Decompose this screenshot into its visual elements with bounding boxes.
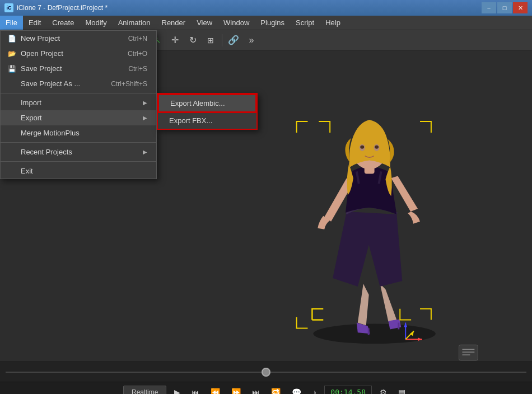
toolbar-move[interactable]: ✛ (166, 32, 183, 48)
menu-modify[interactable]: Modify (80, 16, 112, 30)
play-button[interactable]: ▶ (171, 386, 184, 395)
timeline-track[interactable] (6, 372, 526, 373)
timeline-area (0, 362, 532, 382)
menu-merge-motionplus[interactable]: Merge MotionPlus (1, 125, 156, 140)
toolbar-sep-4 (222, 34, 222, 46)
save-as-label: Save Project As ... (21, 79, 80, 88)
prev-frame-button[interactable]: ⏪ (207, 386, 223, 395)
merge-label: Merge MotionPlus (21, 129, 80, 137)
record-button[interactable]: ▤ (395, 386, 409, 395)
toolbar-extra[interactable]: » (243, 32, 260, 48)
menu-save-project[interactable]: 💾 Save Project Ctrl+S (1, 61, 156, 76)
export-label: Export (21, 114, 42, 122)
menu-sep-2 (1, 142, 156, 143)
caption-button[interactable]: 💬 (288, 386, 305, 395)
export-alembic-item[interactable]: Export Alembic... (158, 94, 256, 112)
menu-save-project-as[interactable]: Save Project As ... Ctrl+Shift+S (1, 76, 156, 91)
close-button[interactable]: ✕ (513, 2, 528, 13)
settings-button[interactable]: ⚙ (376, 386, 390, 395)
next-frame-button[interactable]: ⏩ (228, 386, 244, 395)
export-fbx-label: Export FBX... (169, 116, 212, 125)
audio-button[interactable]: ♪ (309, 386, 320, 395)
save-as-shortcut: Ctrl+Shift+S (111, 80, 147, 88)
timecode-display: 00:14.58 (324, 386, 372, 394)
new-project-icon: 📄 (6, 35, 17, 43)
timeline-scrubber[interactable] (262, 368, 270, 377)
menu-help[interactable]: Help (320, 16, 346, 30)
open-project-shortcut: Ctrl+O (128, 50, 147, 58)
loop-button[interactable]: 🔁 (268, 386, 284, 395)
menu-sep-1 (1, 93, 156, 93)
menu-sep-3 (1, 161, 156, 162)
realtime-button[interactable]: Realtime (123, 386, 166, 395)
menu-animation[interactable]: Animation (113, 16, 156, 30)
menu-open-project[interactable]: 📂 Open Project Ctrl+O (1, 46, 156, 61)
save-project-icon: 💾 (6, 65, 17, 73)
svg-rect-3 (398, 323, 399, 330)
menu-bar: File Edit Create Modify Animation Render… (0, 16, 532, 30)
transport-bar: Realtime ▶ ⏮ ⏪ ⏩ ⏭ 🔁 💬 ♪ 00:14.58 ⚙ ▤ (0, 382, 532, 394)
new-project-shortcut: Ctrl+N (128, 35, 147, 43)
toolbar-link[interactable]: 🔗 (225, 32, 242, 48)
svg-rect-2 (368, 328, 370, 335)
skip-start-button[interactable]: ⏮ (188, 386, 203, 395)
window-title: iClone 7 - DefProject.iProject * (17, 4, 108, 12)
menu-window[interactable]: Window (218, 16, 255, 30)
menu-file[interactable]: File (0, 16, 23, 30)
app-icon: iC (4, 3, 13, 12)
export-submenu: Export Alembic... Export FBX... (157, 93, 258, 130)
export-fbx-item[interactable]: Export FBX... (158, 112, 256, 129)
save-project-label: Save Project (21, 64, 62, 73)
open-project-label: Open Project (21, 49, 63, 58)
svg-point-1 (313, 323, 435, 344)
open-project-icon: 📂 (6, 50, 17, 58)
exit-label: Exit (21, 167, 33, 175)
menu-script[interactable]: Script (290, 16, 320, 30)
export-alembic-label: Export Alembic... (170, 99, 225, 107)
menu-exit[interactable]: Exit (1, 163, 156, 179)
menu-edit[interactable]: Edit (23, 16, 46, 30)
menu-plugins[interactable]: Plugins (255, 16, 290, 30)
minimize-button[interactable]: − (482, 2, 496, 13)
svg-point-9 (375, 146, 379, 149)
svg-rect-16 (459, 345, 478, 360)
title-bar-controls: − □ ✕ (482, 2, 528, 13)
import-label: Import (21, 98, 41, 107)
toolbar-rotate[interactable]: ↻ (184, 32, 201, 48)
menu-new-project[interactable]: 📄 New Project Ctrl+N (1, 31, 156, 46)
title-bar: iC iClone 7 - DefProject.iProject * − □ … (0, 0, 532, 16)
menu-recent-projects[interactable]: Recent Projects (1, 144, 156, 160)
file-menu: 📄 New Project Ctrl+N 📂 Open Project Ctrl… (0, 30, 157, 179)
skip-end-button[interactable]: ⏭ (249, 386, 263, 395)
recent-label: Recent Projects (21, 148, 72, 156)
svg-point-8 (360, 146, 364, 149)
menu-create[interactable]: Create (46, 16, 80, 30)
save-project-shortcut: Ctrl+S (128, 65, 147, 73)
menu-import[interactable]: Import (1, 95, 156, 110)
toolbar-scale[interactable]: ⊞ (202, 32, 219, 48)
menu-export[interactable]: Export (1, 110, 156, 125)
menu-render[interactable]: Render (156, 16, 192, 30)
menu-view[interactable]: View (191, 16, 218, 30)
maximize-button[interactable]: □ (497, 2, 512, 13)
new-project-label: New Project (21, 34, 60, 43)
